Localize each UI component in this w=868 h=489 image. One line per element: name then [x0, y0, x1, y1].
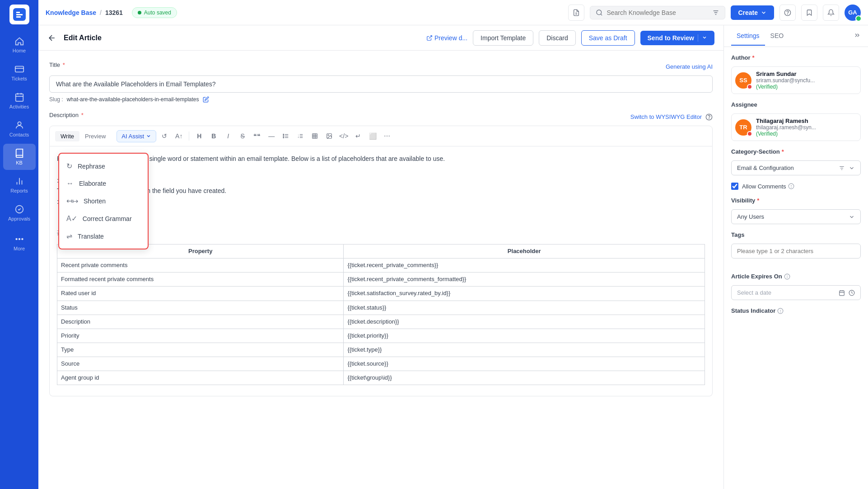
search-input[interactable] — [607, 9, 709, 16]
ai-shorten-item[interactable]: ↤↦ Shorten — [59, 192, 148, 210]
collapse-panel-button[interactable] — [854, 32, 861, 40]
toolbar-uppercase-btn[interactable]: A↑ — [173, 130, 185, 142]
home-icon — [14, 36, 24, 46]
ai-assist-chevron-icon — [146, 133, 151, 139]
discard-button[interactable]: Discard — [539, 30, 575, 46]
write-tab[interactable]: Write — [55, 131, 79, 141]
main-panel: Knowledge Base / 13261 Auto saved — [38, 0, 868, 489]
visibility-select[interactable]: Any Users — [731, 209, 861, 224]
preview-tab[interactable]: Preview — [79, 131, 111, 141]
toolbar-image-btn[interactable] — [323, 130, 336, 142]
tags-input[interactable] — [731, 244, 861, 259]
col-placeholder: Placeholder — [344, 244, 705, 259]
toolbar-embed-btn[interactable]: ⬜ — [366, 130, 379, 142]
placeholder-table: Property Placeholder Recent private comm… — [57, 244, 705, 385]
date-input[interactable]: Select a date — [731, 285, 861, 300]
tab-seo[interactable]: SEO — [765, 27, 789, 46]
slug-edit-icon[interactable] — [203, 96, 209, 103]
table-row: Source{{ticket.source}} — [57, 357, 705, 371]
toolbar-h-btn[interactable]: H — [193, 130, 205, 142]
filter-icon — [712, 9, 719, 16]
help-circle-icon — [705, 113, 713, 121]
translate-icon: ⇌ — [66, 232, 72, 240]
author-email: sriram.sundar@syncfu... — [756, 77, 857, 84]
table-cell-placeholder: {{ticket.type}} — [344, 343, 705, 357]
document-icon-btn[interactable] — [568, 5, 584, 21]
table-cell-placeholder: {{ticket.description}} — [344, 315, 705, 329]
send-review-button[interactable]: Send to Review — [640, 31, 714, 45]
toolbar-more-btn[interactable]: ⋯ — [381, 130, 393, 142]
assignee-avatar: TR — [735, 119, 751, 136]
toolbar-quote-btn[interactable]: ❝❝ — [251, 130, 263, 142]
bookmark-button[interactable] — [801, 5, 817, 21]
assignee-avatar-badge — [747, 131, 752, 136]
toolbar-b-btn[interactable]: B — [207, 130, 220, 142]
sidebar-item-activities-label: Activities — [9, 104, 29, 109]
sidebar-item-home[interactable]: Home — [3, 32, 36, 58]
kb-breadcrumb-link[interactable]: Knowledge Base — [46, 9, 96, 16]
toolbar-i-btn[interactable]: I — [222, 130, 234, 142]
svg-point-34 — [791, 187, 791, 188]
sidebar-logo[interactable] — [9, 5, 29, 24]
svg-rect-25 — [313, 134, 317, 139]
preview-link[interactable]: Preview d... — [426, 34, 467, 42]
tab-settings[interactable]: Settings — [731, 27, 765, 46]
sidebar-item-activities[interactable]: Activities — [3, 88, 36, 114]
ai-grammar-item[interactable]: A✓ Correct Grammar — [59, 210, 148, 227]
toolbar-code-btn[interactable]: </> — [337, 130, 350, 142]
user-avatar[interactable]: GA — [845, 5, 861, 21]
toolbar-table-btn[interactable] — [308, 130, 321, 142]
svg-rect-2 — [15, 94, 23, 102]
toolbar-link-btn[interactable]: ↵ — [352, 130, 364, 142]
back-button[interactable] — [47, 33, 56, 42]
svg-point-20 — [283, 136, 284, 136]
table-cell-property: Priority — [57, 329, 344, 343]
slug-row: Slug : what-are-the-available-placeholde… — [49, 96, 713, 103]
import-template-button[interactable]: Import Template — [473, 30, 533, 46]
sidebar-item-more[interactable]: More — [3, 230, 36, 256]
ai-rephrase-item[interactable]: ↻ Rephrase — [59, 157, 148, 175]
status-info-icon — [777, 308, 784, 314]
toolbar-ol-btn[interactable] — [294, 130, 307, 142]
svg-point-42 — [780, 312, 781, 312]
clock-icon — [849, 290, 855, 296]
editor-wrapper: Write Preview AI Assist ↺ A↑ — [49, 126, 713, 396]
toolbar-s-btn[interactable]: S — [236, 130, 249, 142]
sidebar-item-approvals[interactable]: Approvals — [3, 200, 36, 226]
title-label: Title * — [49, 61, 65, 68]
notification-button[interactable] — [823, 5, 839, 21]
ai-assist-button[interactable]: AI Assist — [117, 130, 156, 142]
send-review-caret[interactable] — [698, 34, 707, 42]
ai-translate-item[interactable]: ⇌ Translate — [59, 227, 148, 245]
switch-editor-button[interactable]: Switch to WYSIWYG Editor — [630, 113, 702, 120]
editor-area: Edit Article Preview d... Import Templat… — [38, 25, 868, 489]
sidebar-item-reports-label: Reports — [10, 188, 28, 193]
help-button[interactable] — [779, 5, 796, 21]
allow-comments-label: Allow Comments — [742, 183, 794, 190]
editor-body[interactable]: Placeholders work by referring a single … — [49, 146, 713, 396]
ai-elaborate-item[interactable]: ↔ Elaborate — [59, 175, 148, 192]
sidebar-item-kb[interactable]: KB — [3, 144, 36, 170]
category-select[interactable]: Email & Configuration — [731, 160, 861, 175]
right-panel-tabs: Settings SEO — [724, 25, 868, 47]
sidebar-item-approvals-label: Approvals — [8, 216, 30, 221]
create-button[interactable]: Create — [731, 5, 774, 20]
allow-comments-checkbox[interactable] — [731, 183, 738, 190]
visibility-chevron-icon — [849, 214, 855, 220]
sidebar-item-contacts[interactable]: Contacts — [3, 116, 36, 142]
sidebar-item-tickets[interactable]: Tickets — [3, 60, 36, 86]
breadcrumb-separator: / — [100, 9, 102, 16]
sidebar-item-reports[interactable]: Reports — [3, 172, 36, 198]
desc-row: Description * Switch to WYSIWYG Editor — [49, 112, 713, 122]
author-name: Sriram Sundar — [756, 71, 857, 77]
title-input[interactable] — [49, 75, 713, 93]
reports-icon — [14, 176, 24, 186]
approvals-icon — [14, 204, 24, 214]
generate-ai-button[interactable]: Generate using AI — [666, 63, 713, 70]
shorten-icon: ↤↦ — [66, 197, 78, 205]
toolbar-ul-btn[interactable] — [280, 130, 292, 142]
toolbar-line-btn[interactable]: — — [265, 130, 278, 142]
table-cell-property: Recent private comments — [57, 259, 344, 273]
toolbar-refresh-btn[interactable]: ↺ — [158, 130, 171, 142]
save-draft-button[interactable]: Save as Draft — [581, 30, 635, 46]
